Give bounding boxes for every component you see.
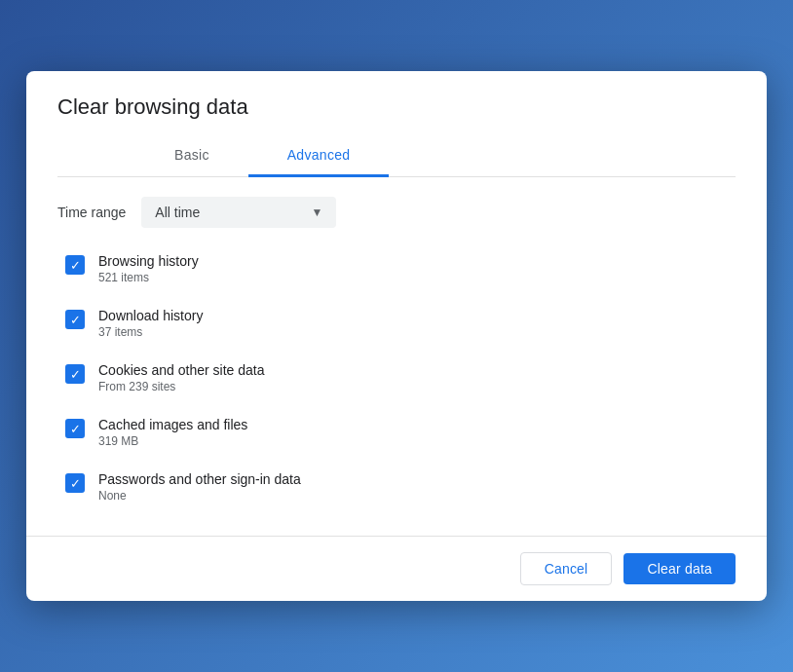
browsing-history-sublabel: 521 items <box>98 271 199 284</box>
browsing-history-label: Browsing history <box>98 253 199 269</box>
clear-browsing-data-modal: Clear browsing data Basic Advanced Time … <box>26 71 767 601</box>
cached-images-label: Cached images and files <box>98 417 247 432</box>
time-range-row: Time range All time ▼ <box>57 177 736 243</box>
download-history-text: Download history 37 items <box>98 308 203 339</box>
cached-images-text: Cached images and files 319 MB <box>98 417 247 448</box>
check-icon: ✓ <box>70 423 81 435</box>
modal-backdrop: Clear browsing data Basic Advanced Time … <box>0 0 793 672</box>
cookies-checkbox[interactable]: ✓ <box>65 364 85 384</box>
modal-header: Clear browsing data Basic Advanced <box>26 71 767 177</box>
passwords-sublabel: None <box>98 489 301 503</box>
download-history-sublabel: 37 items <box>98 325 203 339</box>
browsing-history-item[interactable]: ✓ Browsing history 521 items <box>57 243 736 294</box>
cookies-item[interactable]: ✓ Cookies and other site data From 239 s… <box>57 353 736 403</box>
cookies-label: Cookies and other site data <box>98 362 264 378</box>
passwords-text: Passwords and other sign-in data None <box>98 471 301 503</box>
passwords-label: Passwords and other sign-in data <box>98 471 301 487</box>
modal-title: Clear browsing data <box>57 94 736 120</box>
cancel-button[interactable]: Cancel <box>520 552 613 585</box>
time-range-select[interactable]: All time ▼ <box>141 197 336 228</box>
modal-body: Time range All time ▼ ✓ Browsing history… <box>26 177 767 536</box>
download-history-label: Download history <box>98 308 203 323</box>
tab-basic[interactable]: Basic <box>135 135 248 177</box>
cached-images-sublabel: 319 MB <box>98 434 247 448</box>
passwords-checkbox[interactable]: ✓ <box>65 473 85 493</box>
browsing-history-text: Browsing history 521 items <box>98 253 199 284</box>
chevron-down-icon: ▼ <box>311 205 322 219</box>
cookies-sublabel: From 239 sites <box>98 380 264 393</box>
tab-advanced[interactable]: Advanced <box>248 135 390 177</box>
cached-images-checkbox[interactable]: ✓ <box>65 419 85 438</box>
modal-footer: Cancel Clear data <box>26 536 767 601</box>
check-icon: ✓ <box>70 259 81 272</box>
download-history-item[interactable]: ✓ Download history 37 items <box>57 298 736 349</box>
passwords-item[interactable]: ✓ Passwords and other sign-in data None <box>57 462 736 512</box>
clear-data-button[interactable]: Clear data <box>623 553 736 584</box>
check-icon: ✓ <box>70 368 81 381</box>
cached-images-item[interactable]: ✓ Cached images and files 319 MB <box>57 407 736 458</box>
check-icon: ✓ <box>70 314 81 326</box>
download-history-checkbox[interactable]: ✓ <box>65 310 85 329</box>
cookies-text: Cookies and other site data From 239 sit… <box>98 362 264 393</box>
time-range-value: All time <box>155 205 200 220</box>
check-icon: ✓ <box>70 477 81 490</box>
checkbox-list: ✓ Browsing history 521 items ✓ Download … <box>57 243 736 536</box>
tab-bar: Basic Advanced <box>57 135 736 177</box>
time-range-label: Time range <box>57 205 126 220</box>
browsing-history-checkbox[interactable]: ✓ <box>65 255 85 275</box>
